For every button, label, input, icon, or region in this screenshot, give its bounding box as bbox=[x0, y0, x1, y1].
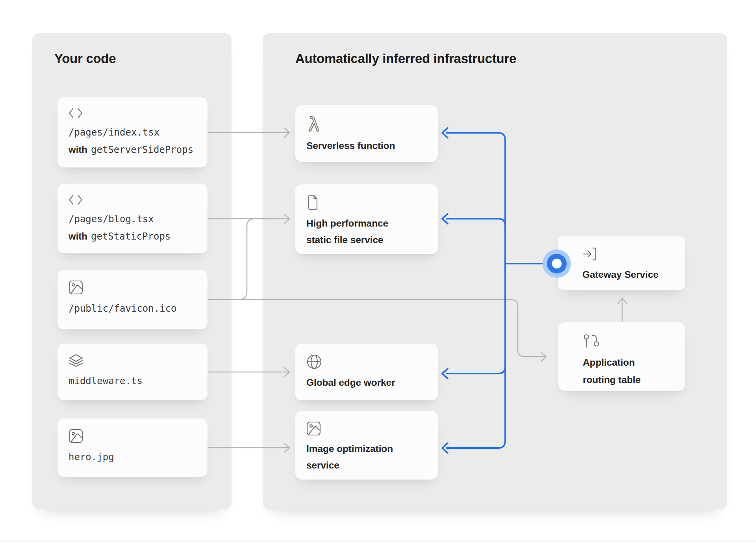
file-path: /pages/blog.tsx bbox=[69, 211, 196, 228]
enter-icon bbox=[582, 247, 597, 261]
svg-text:λ: λ bbox=[308, 115, 319, 133]
card-image-optimization: Image optimization service bbox=[295, 411, 438, 480]
card-global-edge-worker: Global edge worker bbox=[295, 344, 438, 400]
your-code-panel: Your code /pages/index.tsx withgetServer… bbox=[32, 33, 232, 510]
page-bottom-divider bbox=[0, 541, 756, 541]
lambda-icon: λ bbox=[306, 115, 322, 133]
layers-icon bbox=[69, 354, 83, 367]
image-icon bbox=[69, 280, 83, 295]
code-icon bbox=[69, 108, 83, 119]
image-icon bbox=[69, 429, 83, 443]
function-name: getServerSideProps bbox=[91, 144, 193, 155]
card-application-routing-table: Application routing table bbox=[558, 322, 685, 391]
file-detail: withgetServerSideProps bbox=[69, 141, 196, 158]
service-label: Global edge worker bbox=[306, 374, 413, 391]
document-icon bbox=[306, 195, 319, 210]
file-path: middleware.ts bbox=[69, 373, 196, 390]
service-label: Image optimization service bbox=[306, 441, 413, 474]
left-panel-title: Your code bbox=[54, 51, 116, 66]
card-static-file-service: High performance static file service bbox=[295, 184, 438, 254]
card-pages-index: /pages/index.tsx withgetServerSideProps bbox=[57, 97, 208, 167]
file-detail: withgetStaticProps bbox=[69, 228, 196, 245]
file-path: /public/favicon.ico bbox=[69, 300, 196, 317]
right-panel-title: Automatically inferred infrastructure bbox=[295, 51, 516, 66]
route-icon bbox=[583, 333, 599, 349]
file-path: /pages/index.tsx bbox=[69, 124, 196, 141]
code-icon bbox=[69, 194, 83, 205]
card-serverless-function: λ Serverless function bbox=[295, 105, 438, 162]
service-label: Gateway Service bbox=[582, 266, 673, 283]
inferred-infrastructure-panel: Automatically inferred infrastructure λ … bbox=[263, 33, 727, 510]
service-label: Serverless function bbox=[306, 138, 413, 154]
function-name: getStaticProps bbox=[91, 231, 170, 242]
card-middleware: middleware.ts bbox=[57, 344, 208, 400]
with-label: with bbox=[69, 144, 87, 155]
service-label: High performance static file service bbox=[306, 215, 413, 248]
with-label: with bbox=[69, 231, 87, 242]
service-label: Application routing table bbox=[583, 354, 663, 389]
card-hero-jpg: hero.jpg bbox=[57, 418, 208, 477]
card-favicon: /public/favicon.ico bbox=[57, 270, 208, 329]
globe-icon bbox=[306, 354, 322, 370]
image-icon bbox=[306, 421, 321, 436]
file-path: hero.jpg bbox=[69, 449, 196, 466]
card-pages-blog: /pages/blog.tsx withgetStaticProps bbox=[57, 184, 208, 253]
card-gateway-service: Gateway Service bbox=[558, 236, 685, 290]
